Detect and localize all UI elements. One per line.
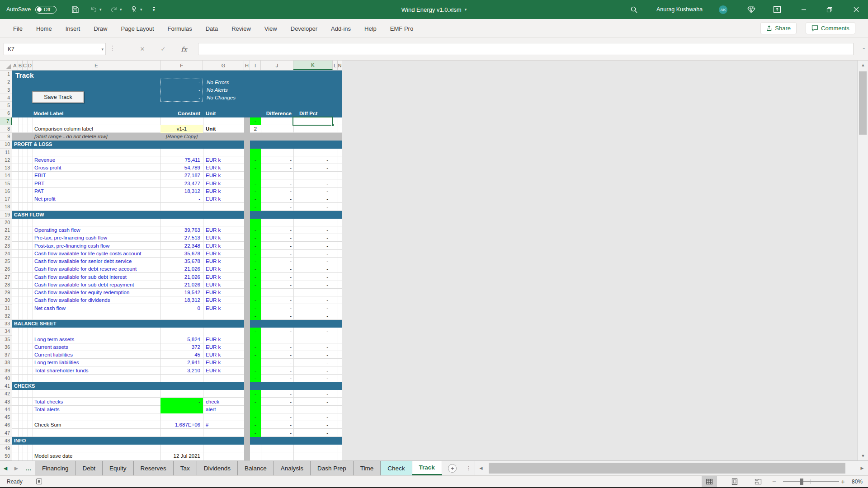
diff-flag-cell[interactable]: - — [250, 164, 261, 172]
row-label[interactable]: Net cash flow — [34, 305, 161, 312]
comments-button[interactable]: Comments — [806, 22, 855, 34]
zoom-out-button[interactable]: − — [772, 476, 776, 487]
macro-record-button[interactable] — [36, 476, 42, 487]
diff-flag-cell[interactable]: - — [250, 149, 261, 156]
row-header-6[interactable]: 6 — [0, 109, 12, 117]
difference-cell[interactable]: - — [261, 305, 292, 312]
difference-cell[interactable]: - — [261, 273, 292, 281]
constant-value-cell[interactable]: 27,187 — [160, 172, 200, 179]
row-header-43[interactable]: 43 — [0, 398, 12, 406]
row-label[interactable]: PBT — [34, 180, 161, 188]
constant-value-cell[interactable]: 3,210 — [160, 367, 200, 375]
redo-button[interactable]: ▾ — [110, 0, 122, 19]
constant-value-cell[interactable]: 27,513 — [160, 234, 200, 242]
sheet-tab-reserves[interactable]: Reserves — [134, 461, 174, 475]
col-title-constant[interactable]: Constant — [160, 110, 200, 117]
row-label[interactable]: Current assets — [34, 343, 161, 351]
status-label-cell[interactable]: No Alerts — [207, 86, 261, 94]
title-dropdown-caret[interactable]: ▾ — [465, 7, 467, 12]
diff-pct-cell[interactable]: - — [293, 180, 328, 188]
diff-flag-cell[interactable]: - — [250, 289, 261, 296]
diff-flag-cell[interactable]: - — [250, 367, 261, 375]
diff-pct-cell[interactable]: - — [293, 328, 328, 335]
row-header-29[interactable]: 29 — [0, 289, 12, 296]
diff-pct-cell[interactable]: - — [293, 164, 328, 172]
diff-pct-cell[interactable]: - — [293, 250, 328, 258]
difference-cell[interactable]: - — [261, 343, 292, 351]
diff-pct-cell[interactable]: - — [293, 242, 328, 250]
diff-flag-cell[interactable]: - — [250, 234, 261, 242]
sheet-nav-prev-button[interactable]: ◀ — [0, 461, 11, 475]
ribbon-tab-home[interactable]: Home — [29, 19, 59, 38]
row-header-10[interactable]: 10 — [0, 141, 12, 148]
comparison-count-cell[interactable]: 2 — [250, 125, 261, 133]
diff-pct-cell[interactable]: - — [293, 281, 328, 289]
column-header-H[interactable]: H — [244, 61, 250, 70]
cancel-entry-button[interactable]: ✕ — [136, 43, 149, 55]
diff-pct-cell[interactable]: - — [293, 149, 328, 156]
diff-flag-cell[interactable]: - — [250, 265, 261, 273]
difference-cell[interactable]: - — [261, 156, 292, 164]
diff-flag-cell[interactable]: - — [250, 343, 261, 351]
diff-pct-cell[interactable]: - — [293, 351, 328, 359]
share-button[interactable]: Share — [760, 22, 797, 34]
difference-cell[interactable]: - — [261, 219, 292, 226]
range-marker-label[interactable]: [Start range - do not delete row] — [34, 133, 161, 141]
row-label[interactable]: EBIT — [34, 172, 161, 179]
constant-value-cell[interactable]: 45 — [160, 351, 200, 359]
row-header-50[interactable]: 50 — [0, 452, 12, 460]
confirm-entry-button[interactable]: ✓ — [156, 43, 170, 55]
row-header-20[interactable]: 20 — [0, 219, 12, 226]
constant-value-cell[interactable]: 35,678 — [160, 258, 200, 265]
diff-pct-cell[interactable]: - — [293, 203, 328, 211]
ribbon-tab-page-layout[interactable]: Page Layout — [114, 19, 161, 38]
range-copy-label[interactable]: [Range Copy] — [160, 133, 203, 141]
sheet-tab-debt[interactable]: Debt — [76, 461, 103, 475]
row-label[interactable]: Post-tax, pre-financing cash flow — [34, 242, 161, 250]
diff-flag-cell[interactable]: - — [250, 195, 261, 203]
diff-pct-cell[interactable]: - — [293, 343, 328, 351]
row-header-19[interactable]: 19 — [0, 211, 12, 219]
row-header-25[interactable]: 25 — [0, 258, 12, 265]
diff-pct-cell[interactable]: - — [293, 188, 328, 195]
difference-cell[interactable]: - — [261, 172, 292, 179]
ribbon-display-options-button[interactable] — [773, 0, 781, 19]
row-label[interactable]: PAT — [34, 188, 161, 195]
ribbon-tab-review[interactable]: Review — [225, 19, 258, 38]
row-label[interactable]: Revenue — [34, 156, 161, 164]
difference-cell[interactable]: - — [261, 226, 292, 234]
user-name[interactable]: Anurag Kushwaha — [656, 0, 703, 19]
check-value-cell[interactable]: - — [160, 406, 203, 413]
row-header-21[interactable]: 21 — [0, 226, 12, 234]
formula-bar-collapse-caret[interactable]: ⌄ — [862, 45, 866, 50]
row-header-15[interactable]: 15 — [0, 180, 12, 188]
unit-cell[interactable]: EUR k — [206, 296, 242, 304]
difference-cell[interactable]: - — [261, 289, 292, 296]
unit-cell[interactable]: EUR k — [206, 188, 242, 195]
diff-flag-cell[interactable]: - — [250, 429, 261, 437]
sheet-overflow-button[interactable]: … — [22, 461, 35, 475]
name-box[interactable]: K7 ▾ — [4, 43, 106, 55]
difference-cell[interactable]: - — [261, 164, 292, 172]
user-avatar[interactable]: AK — [719, 0, 727, 19]
difference-cell[interactable]: - — [261, 203, 292, 211]
row-header-32[interactable]: 32 — [0, 312, 12, 320]
row-header-39[interactable]: 39 — [0, 367, 12, 375]
row-label[interactable]: Total shareholder funds — [34, 367, 161, 375]
row-header-16[interactable]: 16 — [0, 188, 12, 195]
column-header-J[interactable]: J — [261, 61, 293, 70]
unit-cell[interactable]: alert — [206, 406, 242, 413]
diff-flag-cell[interactable]: - — [250, 359, 261, 366]
difference-cell[interactable]: - — [261, 328, 292, 335]
unit-cell[interactable]: EUR k — [206, 367, 242, 375]
constant-value-cell[interactable]: 0 — [160, 305, 200, 312]
row-header-12[interactable]: 12 — [0, 156, 12, 164]
unit-cell[interactable]: EUR k — [206, 156, 242, 164]
unit-cell[interactable]: EUR k — [206, 234, 242, 242]
row-header-9[interactable]: 9 — [0, 133, 12, 141]
ribbon-tab-emf-pro[interactable]: EMF Pro — [383, 19, 420, 38]
row-header-34[interactable]: 34 — [0, 328, 12, 335]
diff-pct-cell[interactable]: - — [293, 273, 328, 281]
constant-value-cell[interactable]: 18,312 — [160, 296, 200, 304]
info-value-cell[interactable]: 12 Jul 2021 — [160, 452, 200, 460]
